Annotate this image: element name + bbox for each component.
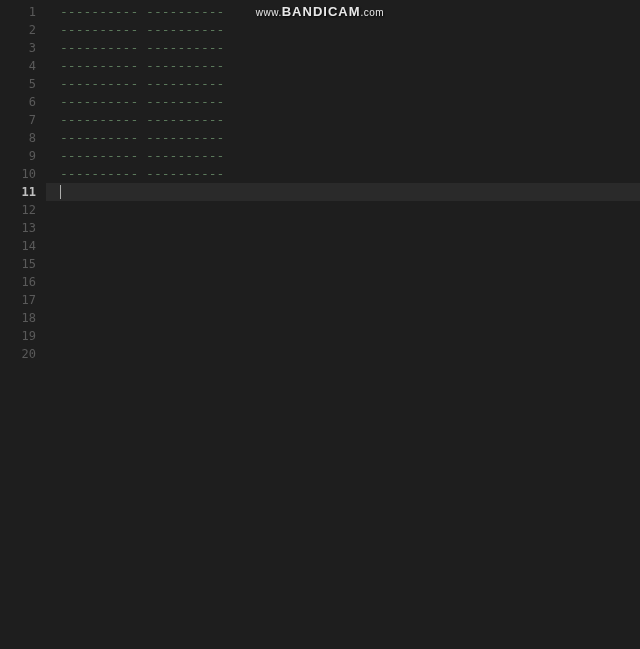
line-number-active: 11 <box>0 183 46 201</box>
code-line[interactable]: ---------- ---------- <box>46 3 640 21</box>
line-number: 4 <box>0 57 46 75</box>
code-content-area[interactable]: ---------- ---------- ---------- -------… <box>46 0 640 649</box>
line-number: 3 <box>0 39 46 57</box>
code-line[interactable]: ---------- ---------- <box>46 21 640 39</box>
line-number: 20 <box>0 345 46 363</box>
line-number: 10 <box>0 165 46 183</box>
line-number: 2 <box>0 21 46 39</box>
code-line[interactable]: ---------- ---------- <box>46 129 640 147</box>
line-number: 16 <box>0 273 46 291</box>
code-line[interactable] <box>46 237 640 255</box>
line-number: 1 <box>0 3 46 21</box>
line-number-gutter: 1 2 3 4 5 6 7 8 9 10 11 12 13 14 15 16 1… <box>0 0 46 649</box>
code-line[interactable]: ---------- ---------- <box>46 165 640 183</box>
line-number: 9 <box>0 147 46 165</box>
code-editor[interactable]: 1 2 3 4 5 6 7 8 9 10 11 12 13 14 15 16 1… <box>0 0 640 649</box>
code-line[interactable]: ---------- ---------- <box>46 93 640 111</box>
line-number: 15 <box>0 255 46 273</box>
line-number: 12 <box>0 201 46 219</box>
code-line[interactable] <box>46 291 640 309</box>
code-line-current[interactable] <box>46 183 640 201</box>
code-line[interactable] <box>46 327 640 345</box>
line-number: 17 <box>0 291 46 309</box>
line-number: 8 <box>0 129 46 147</box>
code-line[interactable]: ---------- ---------- <box>46 57 640 75</box>
code-line[interactable]: ---------- ---------- <box>46 111 640 129</box>
line-number: 19 <box>0 327 46 345</box>
line-number: 7 <box>0 111 46 129</box>
code-line[interactable] <box>46 219 640 237</box>
line-number: 13 <box>0 219 46 237</box>
line-number: 6 <box>0 93 46 111</box>
code-line[interactable] <box>46 273 640 291</box>
line-number: 18 <box>0 309 46 327</box>
code-line[interactable] <box>46 255 640 273</box>
code-line[interactable] <box>46 309 640 327</box>
code-line[interactable] <box>46 345 640 363</box>
code-line[interactable]: ---------- ---------- <box>46 147 640 165</box>
line-number: 14 <box>0 237 46 255</box>
code-line[interactable]: ---------- ---------- <box>46 39 640 57</box>
line-number: 5 <box>0 75 46 93</box>
code-line[interactable]: ---------- ---------- <box>46 75 640 93</box>
code-line[interactable] <box>46 201 640 219</box>
